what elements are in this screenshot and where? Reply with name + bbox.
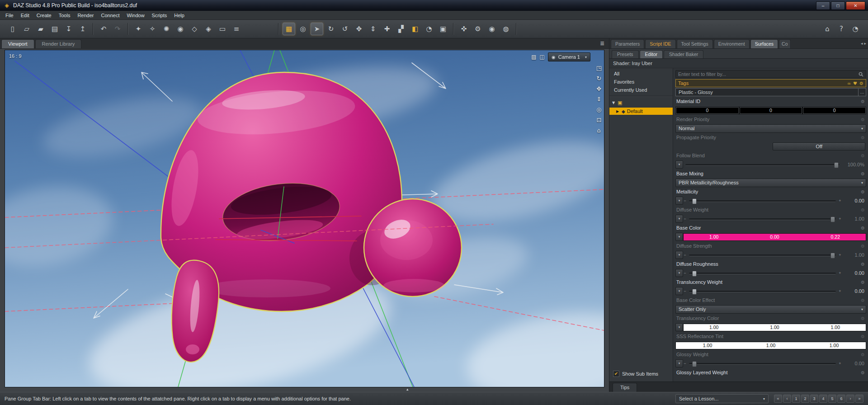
menu-scripts[interactable]: Scripts [148,12,171,19]
history-icon[interactable]: ◔ [849,23,862,35]
gear-icon[interactable]: ⚙ [861,280,865,285]
slider-minus[interactable]: − [683,289,687,293]
link-icon[interactable]: ∞ [847,81,851,86]
slider-track[interactable] [684,161,840,168]
aspect-frame-icon[interactable]: ▨ [531,54,536,60]
translate-tool-icon[interactable]: ✥ [353,23,365,35]
tags-group-header[interactable]: Tags∞♥⚙ [675,79,866,87]
favorite-icon[interactable]: ♥ [853,81,857,86]
gear-icon[interactable]: ⚙ [861,207,865,212]
camera-selector[interactable]: ◉Camera 1▾ [548,52,590,61]
zoom-tool-icon[interactable]: ◎ [596,106,601,113]
slider-minus[interactable]: − [683,198,687,203]
view-options-icon[interactable]: ◫ [540,54,545,60]
slider-handle[interactable] [692,289,697,295]
export-icon[interactable]: ↥ [76,23,89,35]
lesson-page-5[interactable]: 4 [819,395,827,403]
gear-icon[interactable]: ⚙ [861,316,865,321]
scale-tool-icon[interactable]: ⇕ [367,23,379,35]
viewport-3d-scene[interactable] [5,50,604,387]
gear-icon[interactable]: ⚙ [861,171,865,176]
subtab-shader-baker[interactable]: Shader Baker [664,50,703,58]
color-value-bar[interactable]: 000 [675,107,866,114]
create-light-icon[interactable]: ✺ [160,23,173,35]
dolly-tool-icon[interactable]: ⇕ [596,96,601,103]
slider-track[interactable] [688,269,837,277]
orbit-tool-icon[interactable]: ↻ [596,75,601,82]
create-prop-icon[interactable]: ✧ [146,23,159,35]
slider-option-button[interactable]: ▾ [675,287,683,295]
menu-create[interactable]: Create [33,12,55,19]
expand-icon[interactable]: ▶ [615,109,620,113]
whats-this-icon[interactable]: ? [835,23,848,35]
list-item-favorites[interactable]: Favorites [609,78,673,86]
slider-track[interactable] [688,287,837,295]
create-null-icon[interactable]: ◇ [188,23,201,35]
toggle-off-button[interactable]: Off [773,142,865,151]
gear-icon[interactable]: ⚙ [861,99,865,104]
lesson-page-9[interactable]: » [855,395,863,403]
slider-plus[interactable]: + [838,253,842,257]
list-item-currently-used[interactable]: Currently Used [609,86,673,94]
create-camera-icon[interactable]: ◉ [174,23,187,35]
maximize-button[interactable]: □ [831,1,845,10]
minimize-button[interactable]: – [816,1,830,10]
pane-splitter[interactable]: ▴ [0,387,609,392]
tags-value-field[interactable]: Plastic - Glossy... [675,88,866,96]
lesson-page-3[interactable]: 2 [801,395,809,403]
tab-tool-settings[interactable]: Tool Settings [677,39,713,48]
slider-option-button[interactable]: ▾ [675,251,683,259]
lesson-page-7[interactable]: 6 [837,395,845,403]
slider-track[interactable] [688,197,837,204]
slider-minus[interactable]: − [683,361,687,366]
gear-icon[interactable]: ⚙ [861,153,865,158]
slider-handle[interactable] [830,217,835,222]
property-dropdown[interactable]: Scatter Only▾ [675,305,866,314]
slider-plus[interactable]: + [838,361,842,366]
view-cube-icon[interactable]: ◳ [596,65,602,71]
create-group-icon[interactable]: ◈ [202,23,215,35]
property-dropdown[interactable]: PBR Metallicity/Roughness▾ [675,179,866,187]
lesson-page-4[interactable]: 3 [810,395,818,403]
new-file-icon[interactable]: ▯ [6,23,19,35]
powerpose-tool-icon[interactable]: ◔ [423,23,435,35]
rotate-tool-icon[interactable]: ↻ [325,23,337,35]
slider-handle[interactable] [692,361,697,367]
tags-browse-button[interactable]: ... [858,89,866,96]
slider-minus[interactable]: − [683,217,687,221]
slider-track[interactable] [688,251,837,259]
lesson-page-0[interactable]: « [774,395,782,403]
slider-minus[interactable]: − [683,271,687,275]
import-icon[interactable]: ↧ [62,23,75,35]
slider-handle[interactable] [830,253,835,259]
menu-connect[interactable]: Connect [98,12,123,19]
align-icon[interactable]: ≡ [230,23,243,35]
gear-icon[interactable]: ⚙ [861,334,865,339]
slider-option-button[interactable]: ▾ [675,215,683,223]
node-selection-tool-icon[interactable]: ➤ [311,23,323,35]
menu-edit[interactable]: Edit [17,12,33,19]
show-sub-items-checkbox[interactable]: ✔Show Sub Items [609,369,673,381]
open-recent-icon[interactable]: ▰ [34,23,47,35]
slider-plus[interactable]: + [838,217,842,221]
slider-handle[interactable] [834,162,839,168]
menu-tools[interactable]: Tools [55,12,74,19]
slider-track[interactable] [688,360,837,367]
menu-window[interactable]: Window [123,12,148,19]
lesson-select-dropdown[interactable]: Select a Lesson... ▾ [675,394,769,403]
tab-parameters[interactable]: Parameters [611,39,644,48]
region-navigator-icon[interactable]: ✜ [458,23,470,35]
undo-icon[interactable]: ↶ [97,23,110,35]
camera-view-icon[interactable]: ◉ [486,23,498,35]
slider-plus[interactable]: + [838,198,842,203]
lesson-page-1[interactable]: ‹ [783,395,791,403]
tab-scroll-left-icon[interactable]: ◂ [861,41,863,46]
menu-file[interactable]: File [2,12,17,19]
gear-icon[interactable]: ⚙ [859,81,863,86]
color-value-bar[interactable]: 1.000.000.22 [683,233,866,241]
node-editor-icon[interactable]: ▞ [395,23,407,35]
subtab-editor[interactable]: Editor [640,50,663,58]
measure-tool-icon[interactable]: ⚙ [472,23,484,35]
slider-option-button[interactable]: ▾ [675,197,683,205]
save-icon[interactable]: ▤ [48,23,61,35]
